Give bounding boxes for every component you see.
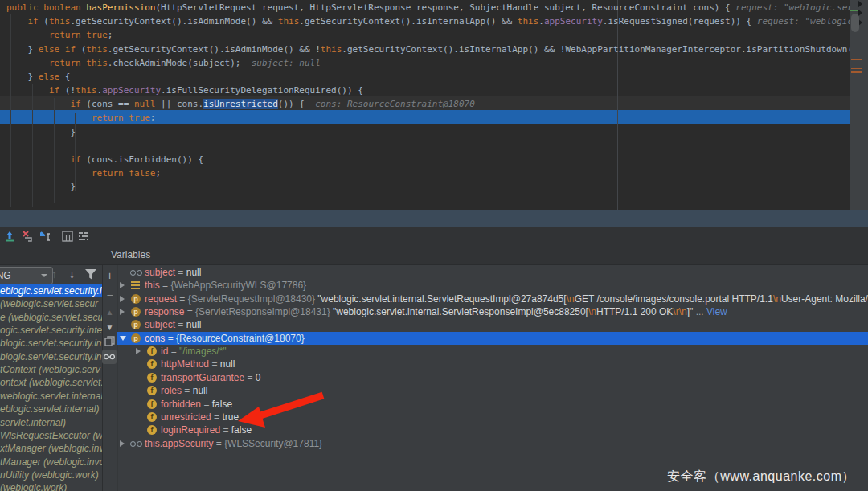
watch-icon (131, 268, 141, 277)
stripe-mark-orange (851, 68, 862, 69)
variable-row-httpMethod[interactable]: fhttpMethod = null (117, 358, 868, 370)
chevron-collapsed-icon[interactable] (136, 348, 141, 354)
variable-name: response (145, 306, 184, 317)
remove-watch-icon[interactable]: − (104, 289, 116, 301)
variable-value: User-Agent: Mozilla/5.0 (M (781, 293, 868, 305)
stack-frame[interactable]: ogic.servlet.security.inte (0, 324, 102, 337)
chevron-collapsed-icon[interactable] (120, 309, 125, 315)
code-editor[interactable]: public boolean hasPermission(HttpServlet… (0, 0, 850, 210)
show-watches-toggle[interactable] (102, 350, 117, 364)
stack-frame[interactable]: xtManager (weblogic.inv (0, 442, 102, 455)
stack-frame[interactable]: nUtility (weblogic.work) (0, 468, 102, 481)
code-line[interactable]: } (6, 125, 76, 139)
variable-row-unrestricted[interactable]: funrestricted = true (117, 411, 868, 423)
field-icon: f (147, 425, 157, 435)
variable-value: {WLSSecurity@17811} (224, 438, 322, 449)
variable-name: subject (145, 319, 175, 330)
thread-dropdown[interactable]: NNING (0, 267, 53, 284)
code-line[interactable]: public boolean hasPermission(HttpServlet… (6, 1, 850, 14)
code-line[interactable]: } (6, 180, 76, 194)
move-down-icon[interactable]: ▼ (104, 322, 116, 334)
variable-row-roles[interactable]: froles = null (117, 384, 868, 397)
chevron-collapsed-icon[interactable] (120, 440, 125, 447)
stack-frame[interactable]: eblogic.servlet.security.i (0, 284, 102, 297)
filter-funnel-icon[interactable] (85, 269, 96, 280)
variable-name: this (145, 280, 160, 291)
variable-value: "/images/*" (179, 346, 227, 357)
variable-value: null (186, 267, 202, 278)
code-line[interactable]: if (!this.appSecurity.isFullSecurityDele… (6, 84, 363, 97)
variable-row-request[interactable]: prequest = {ServletRequestImpl@18430} "w… (117, 293, 868, 305)
variable-row-subject[interactable]: psubject = null (117, 318, 868, 331)
chevron-expanded-icon[interactable] (120, 336, 126, 341)
evaluate-grid-icon[interactable] (61, 230, 74, 243)
step-out-icon[interactable] (3, 230, 16, 243)
variable-row-cons[interactable]: pcons = {ResourceConstraint@18070} (117, 332, 868, 345)
chevron-collapsed-icon[interactable] (120, 296, 125, 302)
field-icon: f (147, 412, 157, 422)
add-watch-icon[interactable]: + (104, 270, 116, 282)
code-line[interactable]: if (cons.isForbidden()) { (6, 153, 203, 166)
variable-value: null (186, 319, 202, 330)
variable-value: \n (567, 293, 575, 305)
variable-value: 0 (256, 372, 261, 383)
run-to-cursor-icon[interactable] (39, 230, 51, 243)
code-line[interactable]: } else { (6, 70, 71, 84)
view-link[interactable]: View (706, 306, 727, 317)
stripe-mark-orange (851, 71, 862, 73)
code-line[interactable]: return false; (6, 166, 161, 180)
variable-name: request (145, 293, 177, 305)
code-line[interactable]: return true; (6, 111, 155, 125)
variable-row-this[interactable]: this = {WebAppSecurityWLS@17786} (117, 279, 868, 292)
variable-row-transportGuarantee[interactable]: ftransportGuarantee = 0 (117, 371, 868, 384)
stripe-mark-green (850, 10, 858, 11)
stack-frame[interactable]: weblogic.servlet.internal, (0, 390, 102, 403)
stack-frame[interactable]: ontext (weblogic.servlet. (0, 376, 102, 389)
stack-frame[interactable]: blogic.servlet.security.in (0, 337, 102, 350)
code-line[interactable]: } else if (this.getSecurityContext().isA… (6, 43, 850, 56)
code-line[interactable]: if (cons == null || cons.isUnrestricted(… (6, 97, 475, 111)
stack-frame[interactable]: blogic.servlet.security.in (0, 350, 102, 363)
field-icon: f (147, 359, 157, 369)
variable-row-this-appSecurity[interactable]: this.appSecurity = {WLSSecurity@17811} (117, 437, 868, 450)
code-line[interactable]: return this.checkAdminMode(subject); sub… (6, 56, 321, 70)
variable-row-id[interactable]: fid = "/images/*" (117, 345, 868, 358)
watches-glasses-icon (104, 354, 115, 360)
variable-row-subject[interactable]: subject = null (117, 266, 868, 279)
layout-settings-icon[interactable] (77, 230, 90, 243)
drop-frame-icon[interactable] (21, 230, 34, 243)
variable-value: true (222, 411, 239, 423)
scrollbar-thumb[interactable] (851, 14, 859, 32)
code-line[interactable]: return true; (6, 28, 113, 42)
variable-row-forbidden[interactable]: fforbidden = false (117, 398, 868, 411)
move-up-icon[interactable]: ▲ (104, 307, 116, 319)
variable-value: HTTP/1.1 200 OK (596, 306, 673, 317)
stack-frame[interactable]: eblogic.servlet.internal) (0, 403, 102, 415)
parameter-icon: p (131, 307, 141, 317)
stack-frame[interactable]: WlsRequestExecutor (w (0, 429, 102, 442)
stack-frame[interactable]: (weblogic.servlet.secur (0, 297, 102, 310)
stack-frame[interactable]: tManager (weblogic.invo (0, 456, 102, 468)
variable-name: this.appSecurity (145, 438, 213, 449)
frame-down-icon[interactable]: ↓ (69, 268, 75, 280)
chevron-collapsed-icon[interactable] (120, 282, 125, 288)
variable-value: {ServletRequestImpl@18430} (188, 293, 318, 305)
variable-name: subject (145, 267, 175, 278)
stack-frame[interactable]: servlet.internal) (0, 416, 102, 429)
variable-row-response[interactable]: presponse = {ServletResponseImpl@18431} … (117, 305, 868, 318)
panel-divider[interactable] (102, 265, 103, 491)
frames-panel[interactable]: NNING ↑ ↓ eblogic.servlet.security.i(web… (0, 265, 102, 491)
variable-value: {WebAppSecurityWLS@17786} (170, 280, 306, 291)
editor-error-stripe[interactable] (850, 0, 868, 210)
debugger-toolbar (0, 227, 868, 246)
frame-up-icon[interactable]: ↑ (51, 268, 57, 280)
copy-icon[interactable] (104, 336, 115, 346)
variable-row-loginRequired[interactable]: floginRequired = false (117, 423, 868, 436)
stack-frame[interactable]: e (weblogic.servlet.secu (0, 311, 102, 324)
variables-panel-header: Variables (0, 246, 868, 265)
this-icon (131, 281, 140, 289)
stack-frame[interactable]: tContext (weblogic.serv (0, 363, 102, 376)
stack-frame[interactable]: (weblogic.work) (0, 481, 102, 491)
code-line[interactable]: if (this.getSecurityContext().isAdminMod… (6, 14, 850, 28)
watermark-text: 安全客（www.anquanke.com） (667, 468, 855, 485)
